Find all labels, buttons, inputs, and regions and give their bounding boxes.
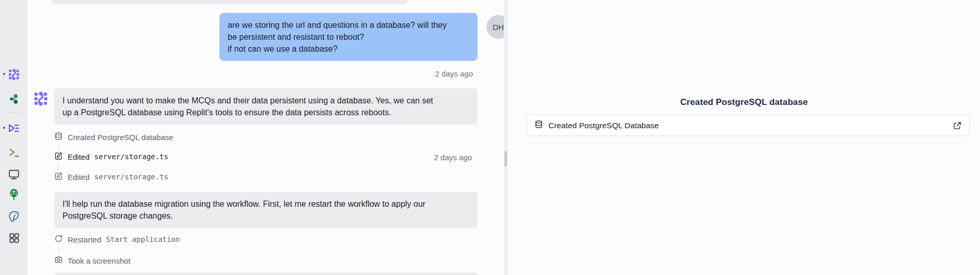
action-label: Took a screenshot	[68, 256, 131, 265]
sidebar-item-workflows[interactable]	[7, 121, 21, 135]
action-row-edited-file[interactable]: Edited server/storage.ts	[54, 152, 168, 161]
agent-avatar	[33, 91, 49, 106]
monitor-icon	[8, 168, 20, 180]
action-timestamp: 2 days ago	[434, 153, 472, 162]
chat-scrollbar-thumb[interactable]	[504, 151, 507, 166]
tool-rail	[0, 0, 27, 275]
action-label: Edited	[68, 173, 90, 181]
user-message-timestamp: 2 days ago	[435, 69, 473, 78]
created-database-card[interactable]: Created PostgreSQL Database	[527, 115, 970, 136]
edit-icon	[54, 172, 63, 182]
action-row-created-database[interactable]: Created PostgreSQL database	[54, 132, 173, 142]
chat-scrollbar-track[interactable]	[504, 0, 508, 275]
postgresql-icon	[8, 210, 20, 223]
next-message-partial	[54, 272, 478, 275]
replit-agent-icon	[8, 68, 20, 81]
action-connector	[58, 145, 59, 149]
database-icon	[534, 120, 543, 131]
open-pane-icon[interactable]	[953, 121, 962, 130]
action-connector	[58, 247, 59, 251]
card-label: Created PostgreSQL Database	[548, 121, 947, 130]
sidebar-item-all-tools[interactable]	[7, 231, 21, 245]
agent-message-bubble: I'll help run the database migration usi…	[54, 192, 478, 228]
previous-message-partial	[51, 0, 408, 4]
action-connector	[58, 165, 59, 169]
action-row-took-screenshot[interactable]: Took a screenshot	[54, 256, 131, 265]
action-file-path: server/storage.ts	[94, 152, 168, 161]
database-icon	[54, 132, 63, 142]
action-label: Restarted	[68, 235, 101, 244]
edit-icon	[54, 151, 63, 162]
sidebar-item-assistant[interactable]	[7, 92, 21, 105]
assistant-icon	[8, 93, 20, 105]
sidebar-item-output[interactable]	[7, 167, 21, 181]
action-file-path: server/storage.ts	[94, 173, 168, 181]
grid-icon	[8, 232, 20, 244]
rail-divider	[6, 112, 21, 113]
shell-icon	[8, 146, 20, 158]
sidebar-item-shell[interactable]	[7, 145, 21, 159]
workflows-notification-dot	[3, 127, 5, 129]
action-row-edited-file[interactable]: Edited server/storage.ts	[54, 172, 168, 181]
action-label: Created PostgreSQL database	[68, 133, 173, 142]
sidebar-item-agent[interactable]	[7, 68, 21, 81]
agent-notification-dot	[3, 73, 5, 75]
globe-arrow-icon	[8, 188, 20, 201]
panel-title: Created PostgreSQL database	[508, 97, 980, 108]
camera-icon	[54, 255, 63, 266]
workflows-icon	[8, 122, 20, 134]
sidebar-item-deployments[interactable]	[7, 188, 21, 201]
action-label: Edited	[68, 152, 90, 161]
agent-message-bubble: I understand you want to make the MCQs a…	[54, 88, 478, 125]
action-workflow-name: Start application	[106, 235, 180, 243]
agent-chat-panel: are we storing the url and questions in …	[27, 0, 504, 275]
preview-panel: Created PostgreSQL database Created Post…	[508, 0, 980, 275]
sidebar-item-postgresql[interactable]	[7, 210, 21, 223]
restart-icon	[54, 234, 63, 245]
action-row-restarted-workflow[interactable]: Restarted Start application	[54, 235, 180, 244]
user-message-bubble: are we storing the url and questions in …	[219, 13, 478, 61]
